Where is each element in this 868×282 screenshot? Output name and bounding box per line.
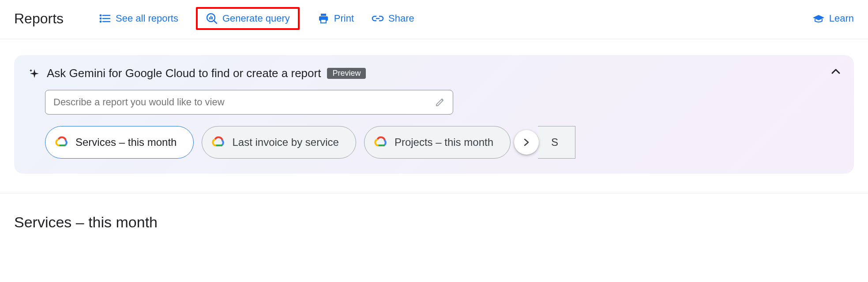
generate-query-link[interactable]: Generate query [206, 12, 290, 25]
chip-label: Projects – this month [395, 136, 493, 148]
gemini-text-input[interactable] [53, 96, 435, 108]
gemini-panel: Ask Gemini for Google Cloud to find or c… [14, 55, 854, 174]
chip-services-this-month[interactable]: Services – this month [45, 126, 194, 159]
chip-label: Services – this month [75, 136, 177, 148]
svg-point-0 [100, 15, 101, 16]
generate-query-highlight: Generate query [196, 7, 300, 30]
print-label: Print [334, 13, 354, 24]
share-link[interactable]: Share [372, 12, 414, 25]
svg-rect-8 [209, 17, 210, 19]
chip-projects-this-month[interactable]: Projects – this month [364, 126, 511, 159]
header-bar: Reports See all reports Generate query P… [0, 0, 868, 39]
svg-rect-10 [212, 17, 213, 19]
google-cloud-icon [54, 135, 68, 149]
svg-rect-9 [210, 16, 211, 19]
preview-badge: Preview [327, 68, 366, 79]
section-title: Services – this month [14, 214, 854, 231]
link-icon [372, 12, 384, 25]
svg-point-4 [100, 21, 101, 22]
share-label: Share [388, 13, 414, 24]
header-actions: See all reports Generate query Print Sha… [99, 7, 854, 30]
graduation-cap-icon [812, 12, 825, 25]
google-cloud-icon [211, 135, 225, 149]
see-all-reports-label: See all reports [116, 13, 178, 24]
page-title: Reports [14, 11, 64, 27]
chip-label: S [551, 136, 558, 148]
generate-query-label: Generate query [222, 13, 290, 24]
chevron-up-icon [830, 66, 842, 77]
see-all-reports-link[interactable]: See all reports [99, 12, 178, 25]
gemini-header: Ask Gemini for Google Cloud to find or c… [28, 67, 840, 80]
learn-label: Learn [829, 13, 854, 24]
section-divider [0, 193, 868, 193]
learn-link[interactable]: Learn [812, 12, 854, 25]
collapse-button[interactable] [830, 66, 842, 77]
suggestion-chips-row: Services – this month Last invoice by se… [45, 126, 840, 159]
google-cloud-icon [373, 135, 387, 149]
gemini-input-wrapper[interactable] [45, 90, 453, 115]
sparkle-icon [28, 67, 41, 80]
magic-pencil-icon [435, 97, 445, 107]
print-link[interactable]: Print [317, 12, 354, 25]
chip-label: Last invoice by service [232, 136, 338, 148]
chevron-right-icon [522, 138, 531, 147]
query-stats-icon [206, 12, 218, 25]
scroll-right-button[interactable] [514, 130, 539, 155]
svg-line-7 [214, 21, 217, 23]
svg-rect-11 [321, 14, 326, 16]
chip-last-invoice-by-service[interactable]: Last invoice by service [202, 126, 356, 159]
gemini-input-row [45, 90, 840, 115]
svg-point-2 [100, 18, 101, 19]
gemini-title: Ask Gemini for Google Cloud to find or c… [47, 67, 321, 80]
svg-rect-13 [321, 19, 326, 23]
list-icon [99, 12, 111, 25]
print-icon [317, 12, 330, 25]
chip-partial-next[interactable]: S [538, 126, 575, 159]
